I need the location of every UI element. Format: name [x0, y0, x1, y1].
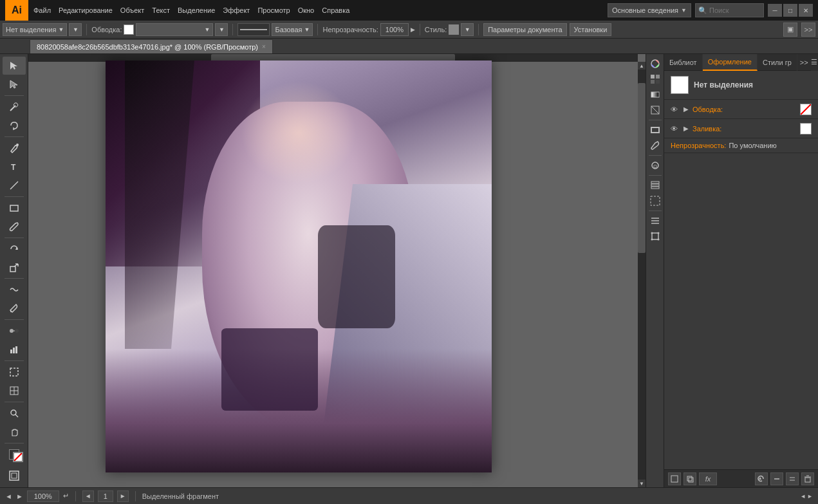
- fill-appearance-label[interactable]: Заливка:: [693, 125, 721, 133]
- doc-settings-btn[interactable]: Параметры документа: [483, 23, 566, 36]
- tool-selection[interactable]: [3, 57, 26, 75]
- selection-options-btn[interactable]: ▼: [69, 23, 82, 36]
- stroke-panel-btn[interactable]: [648, 123, 662, 137]
- workspace-dropdown-icon[interactable]: ▼: [681, 7, 687, 14]
- stroke-expand-btn[interactable]: ▶: [683, 106, 689, 113]
- style-options-btn[interactable]: ▼: [461, 23, 474, 36]
- menu-text[interactable]: Текст: [152, 6, 170, 14]
- panel-collapse-btn[interactable]: [770, 472, 783, 485]
- tab-close-btn[interactable]: ×: [262, 43, 266, 50]
- panel-tab-graphic-styles[interactable]: Стили гр: [758, 54, 797, 71]
- tool-eyedropper[interactable]: [3, 299, 26, 317]
- tool-zoom[interactable]: [3, 404, 26, 422]
- align-btn[interactable]: [648, 214, 662, 228]
- menu-effect[interactable]: Эффект: [223, 6, 250, 14]
- panel-tab-appearance[interactable]: Оформление: [703, 54, 758, 71]
- workspace-label[interactable]: Основные сведения: [612, 6, 678, 14]
- zoom-input[interactable]: [27, 490, 59, 502]
- panel-fx-btn[interactable]: fx: [699, 472, 717, 485]
- opacity-arrow[interactable]: ▶: [411, 26, 415, 33]
- gradient-btn[interactable]: [648, 88, 662, 102]
- panel-new-layer-btn[interactable]: [668, 472, 681, 485]
- maximize-button[interactable]: □: [783, 4, 797, 17]
- panel-menu-btn[interactable]: ☰: [811, 54, 818, 71]
- tool-magic-wand[interactable]: [3, 98, 26, 116]
- tool-rectangle[interactable]: [3, 199, 26, 217]
- tool-line[interactable]: [3, 176, 26, 194]
- panel-tab-libraries[interactable]: Библиот: [664, 54, 703, 71]
- tool-column-graph[interactable]: [3, 341, 26, 359]
- sep-5: [478, 24, 479, 35]
- color-panel-btn[interactable]: [648, 57, 662, 71]
- linestyle-dropdown[interactable]: Базовая ▼: [272, 23, 313, 36]
- status-zoom-confirm[interactable]: ↵: [63, 492, 69, 500]
- brushes-btn[interactable]: [648, 138, 662, 153]
- swatches-btn[interactable]: [648, 72, 662, 86]
- style-swatch[interactable]: [449, 24, 459, 35]
- status-arrow-right[interactable]: ►: [16, 492, 23, 500]
- panel-expand-btn[interactable]: [786, 472, 799, 485]
- tool-pen[interactable]: [3, 139, 26, 157]
- page-number-input[interactable]: [98, 490, 113, 502]
- tool-type[interactable]: T: [3, 158, 26, 176]
- panel-delete-btn[interactable]: [801, 472, 814, 485]
- menu-select[interactable]: Выделение: [178, 6, 215, 14]
- preferences-btn[interactable]: Установки: [570, 23, 612, 36]
- page-next-btn[interactable]: ►: [117, 490, 129, 502]
- minimize-button[interactable]: ─: [768, 4, 782, 17]
- layers-btn[interactable]: [648, 178, 662, 192]
- stroke-swatch[interactable]: [13, 452, 23, 462]
- panel-undo-btn[interactable]: [755, 472, 768, 485]
- scrollbar-vertical[interactable]: ▲ ▼: [638, 62, 646, 487]
- status-triangle-right[interactable]: ►: [807, 493, 813, 499]
- transform-btn[interactable]: [648, 229, 662, 243]
- sep-3: [317, 24, 318, 35]
- menu-file[interactable]: Файл: [33, 6, 51, 14]
- stroke-appearance-label[interactable]: Обводка:: [693, 106, 723, 113]
- menu-view[interactable]: Просмотр: [257, 6, 290, 14]
- fill-appearance-swatch[interactable]: [800, 123, 812, 135]
- panel-toggle-btn[interactable]: ▣: [783, 23, 797, 37]
- tool-lasso[interactable]: [3, 117, 26, 135]
- stroke-visibility-btn[interactable]: 👁: [671, 106, 680, 113]
- tool-scale[interactable]: [3, 259, 26, 277]
- tool-direct-selection[interactable]: [3, 75, 26, 93]
- search-input[interactable]: [709, 6, 761, 14]
- stroke-options-btn[interactable]: ▼: [215, 23, 228, 36]
- stroke-appearance-swatch[interactable]: [800, 104, 812, 115]
- scrollbar-v-thumb[interactable]: [638, 83, 646, 253]
- status-arrow-left[interactable]: ◄: [5, 492, 12, 500]
- menu-window[interactable]: Окно: [298, 6, 315, 14]
- doc-tab[interactable]: 80820058afe8c26b565dbfb313e47016.jpg* @ …: [30, 39, 273, 53]
- opacity-input[interactable]: [380, 23, 409, 36]
- page-prev-btn[interactable]: ◄: [82, 490, 94, 502]
- tool-slice[interactable]: [3, 382, 26, 400]
- tool-warp[interactable]: [3, 281, 26, 299]
- tool-change-screen[interactable]: [3, 467, 26, 485]
- status-triangle-left[interactable]: ◄: [800, 493, 806, 499]
- fill-expand-btn[interactable]: ▶: [683, 125, 689, 132]
- menu-edit[interactable]: Редактирование: [59, 6, 113, 14]
- color-swatches[interactable]: [4, 447, 24, 465]
- stroke-color-box[interactable]: [124, 24, 134, 35]
- menu-object[interactable]: Объект: [120, 6, 144, 14]
- close-button[interactable]: ✕: [799, 4, 813, 17]
- opacity-appearance-label[interactable]: Непрозрачность:: [671, 142, 726, 149]
- tool-artboard[interactable]: [3, 363, 26, 381]
- panel-copy-btn[interactable]: [683, 472, 696, 485]
- menu-help[interactable]: Справка: [322, 6, 349, 14]
- tool-paintbrush[interactable]: [3, 218, 26, 236]
- tool-rotate[interactable]: [3, 240, 26, 258]
- stroke-dropdown[interactable]: ▼: [136, 23, 213, 36]
- selection-dropdown[interactable]: Нет выделения ▼: [3, 23, 67, 36]
- toolbar-more-btn[interactable]: >>: [801, 23, 815, 37]
- artboards-btn[interactable]: [648, 194, 662, 208]
- tool-hand[interactable]: [3, 423, 26, 441]
- tool-blend[interactable]: [3, 322, 26, 340]
- symbols-btn[interactable]: Ω: [648, 158, 662, 173]
- scroll-up-btn[interactable]: ▲: [638, 62, 646, 70]
- scroll-down-btn[interactable]: ▼: [638, 480, 646, 487]
- fill-visibility-btn[interactable]: 👁: [671, 125, 680, 133]
- transparency-btn[interactable]: [648, 103, 662, 117]
- panel-tabs-more[interactable]: >>: [797, 59, 811, 66]
